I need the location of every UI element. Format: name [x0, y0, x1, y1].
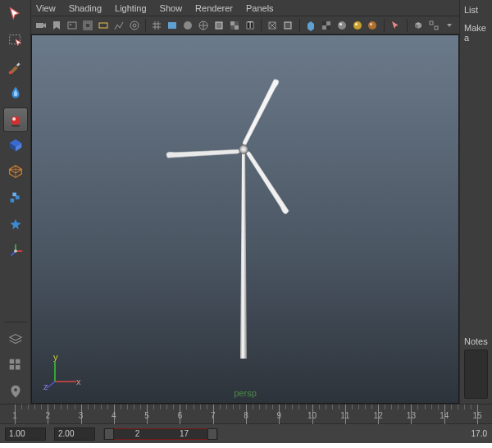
grid-tool[interactable]	[3, 353, 28, 377]
svg-rect-5	[10, 199, 14, 203]
svg-rect-39	[322, 25, 326, 30]
svg-point-4	[11, 125, 20, 127]
tick-label: 11	[340, 411, 349, 420]
menu-view[interactable]: View	[36, 3, 56, 13]
tick-label: 14	[440, 411, 449, 420]
svg-rect-32	[230, 25, 235, 30]
tick-label: 10	[308, 411, 317, 420]
svg-text:T: T	[247, 20, 253, 30]
bookmark-icon[interactable]	[50, 18, 64, 33]
field-chart-icon[interactable]	[112, 18, 125, 33]
safe-action-icon[interactable]	[127, 18, 141, 33]
menu-panels[interactable]: Panels	[246, 3, 274, 13]
textured-icon[interactable]	[227, 18, 241, 33]
menu-renderer[interactable]: Renderer	[195, 3, 233, 13]
range-start-handle[interactable]	[104, 428, 114, 440]
notes-textarea[interactable]	[464, 350, 488, 399]
hq-render-icon[interactable]	[319, 18, 333, 33]
transform-tool[interactable]	[3, 186, 28, 211]
svg-point-26	[184, 21, 192, 30]
svg-point-11	[14, 249, 17, 253]
svg-rect-22	[99, 23, 107, 28]
menu-show[interactable]: Show	[160, 3, 183, 13]
time-ruler[interactable]: 123456789101112131415	[0, 404, 492, 423]
tick-label: 13	[407, 411, 416, 420]
select-mode-icon[interactable]	[389, 18, 403, 33]
outliner-tool[interactable]	[3, 379, 28, 404]
svg-rect-40	[326, 25, 330, 30]
image-plane-icon[interactable]	[66, 18, 80, 33]
svg-rect-48	[435, 26, 438, 30]
viewport-persp[interactable]: y x z persp	[31, 34, 459, 404]
svg-rect-15	[16, 365, 20, 370]
svg-rect-18	[68, 22, 76, 29]
wind-turbine-model	[139, 55, 352, 368]
scale-tool[interactable]	[3, 160, 28, 185]
range-end-handle[interactable]	[207, 428, 217, 440]
panel-menu-bar: View Shading Lighting Show Renderer Pane…	[31, 0, 459, 16]
layer-tool[interactable]	[3, 327, 28, 351]
camera-select-icon[interactable]	[34, 18, 48, 33]
svg-rect-30	[235, 25, 239, 30]
tick-label: 5	[144, 411, 149, 420]
tick-label: 2	[46, 411, 51, 420]
svg-rect-29	[230, 21, 235, 25]
paint-tool[interactable]	[3, 55, 28, 80]
material-sphere-icon[interactable]	[335, 18, 348, 33]
tick-label: 15	[472, 411, 481, 420]
svg-point-16	[14, 388, 17, 391]
wire-shaded-icon[interactable]	[212, 18, 226, 33]
xray-icon[interactable]	[281, 18, 295, 33]
svg-point-19	[70, 24, 71, 25]
grid-toggle-icon[interactable]	[150, 18, 164, 33]
snap-tool[interactable]	[3, 213, 28, 237]
svg-rect-14	[9, 365, 14, 370]
svg-rect-13	[16, 359, 20, 364]
manipulator-tool[interactable]	[3, 239, 28, 263]
svg-rect-21	[85, 23, 90, 28]
anim-end-field[interactable]: 2.00	[54, 427, 95, 441]
svg-rect-47	[430, 21, 433, 25]
shadow-icon[interactable]	[266, 18, 280, 33]
material-gold-icon[interactable]	[350, 18, 364, 33]
menu-shading[interactable]: Shading	[69, 3, 102, 13]
svg-text:x: x	[76, 377, 81, 386]
expand-icon[interactable]	[426, 18, 440, 33]
gate-mask-icon[interactable]	[96, 18, 110, 33]
resolution-gate-icon[interactable]	[166, 18, 180, 33]
shade-selected-icon[interactable]	[181, 18, 195, 33]
rotate-tool[interactable]	[3, 134, 28, 158]
lasso-tool[interactable]	[3, 29, 28, 53]
svg-line-54	[47, 382, 55, 388]
menu-lighting[interactable]: Lighting	[115, 3, 147, 13]
settings-dropdown-icon[interactable]	[442, 18, 456, 33]
select-tool[interactable]	[3, 2, 28, 27]
svg-rect-38	[326, 21, 330, 25]
svg-rect-31	[235, 21, 239, 25]
material-bronze-icon[interactable]	[366, 18, 380, 33]
svg-text:y: y	[53, 352, 58, 362]
tick-label: 3	[79, 411, 84, 420]
film-gate-icon[interactable]	[81, 18, 95, 33]
anim-start-field[interactable]: 1.00	[5, 427, 46, 441]
sculpt-tool[interactable]	[3, 81, 28, 106]
wireframe-icon[interactable]	[197, 18, 211, 33]
svg-rect-17	[36, 23, 43, 28]
isolate-icon[interactable]	[304, 18, 318, 33]
svg-point-3	[12, 117, 16, 121]
tick-label: 9	[277, 411, 282, 420]
svg-rect-7	[12, 193, 16, 197]
camera-label: persp	[234, 388, 257, 398]
move-tool[interactable]	[3, 107, 28, 132]
playback-end-field[interactable]: 17.0	[454, 429, 487, 438]
tick-label: 4	[112, 411, 116, 420]
svg-text:z: z	[43, 382, 48, 390]
range-row: 1.00 2.00 2 17 17.0	[0, 423, 492, 443]
range-slider[interactable]: 2 17	[103, 427, 446, 441]
use-lights-icon[interactable]: T	[243, 18, 257, 33]
make-label: Make a	[464, 23, 488, 43]
svg-point-42	[339, 23, 342, 25]
tick-label: 8	[244, 411, 248, 420]
renderer-cube-icon[interactable]	[412, 18, 426, 33]
svg-point-43	[353, 21, 362, 30]
